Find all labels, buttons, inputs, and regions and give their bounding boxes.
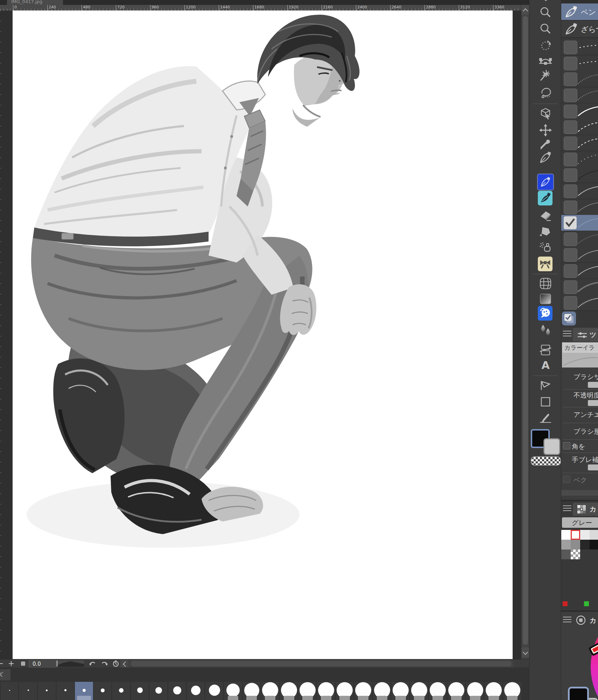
fit-screen-button[interactable] — [21, 662, 25, 666]
subtool-brush-row[interactable] — [561, 279, 598, 295]
brush-size-cell[interactable] — [428, 682, 447, 700]
vertical-scroll-thumb[interactable] — [523, 16, 528, 645]
subtool-brush-row[interactable] — [561, 87, 598, 103]
zoom-in-button[interactable] — [8, 660, 15, 667]
move-layer-tool[interactable] — [538, 122, 553, 138]
brush-tool-active[interactable] — [538, 191, 553, 205]
subtool-item-pen[interactable]: ペン — [561, 4, 598, 20]
brush-size-cell[interactable] — [168, 682, 187, 700]
brush-size-cell[interactable] — [484, 682, 503, 700]
pen-tool-active[interactable] — [537, 174, 554, 190]
subtool-brush-row[interactable] — [561, 295, 598, 311]
timelapse-button[interactable] — [112, 660, 120, 667]
brush-size-cell[interactable] — [19, 682, 37, 700]
brush-size-cell[interactable] — [372, 682, 391, 700]
fill-tool[interactable] — [538, 224, 553, 239]
ruler-tool[interactable] — [538, 378, 553, 393]
transparent-color-swatch[interactable] — [531, 456, 561, 465]
operation-object-path-tool[interactable] — [538, 54, 553, 69]
color-swatch[interactable] — [561, 530, 571, 540]
vertical-scrollbar[interactable] — [521, 5, 529, 659]
zoom-slider[interactable] — [56, 660, 84, 667]
green-indicator-swatch[interactable] — [584, 601, 589, 606]
subtool-brush-row[interactable] — [561, 231, 598, 247]
brush-size-cell[interactable] — [465, 682, 484, 700]
red-indicator-swatch[interactable] — [563, 601, 568, 606]
opacity-slider[interactable] — [588, 400, 598, 406]
figure-tool[interactable] — [538, 394, 553, 410]
redo-button[interactable] — [100, 660, 108, 667]
zoom-out-button[interactable] — [0, 663, 3, 664]
brush-size-cell[interactable] — [316, 682, 335, 700]
subtool-brush-row[interactable] — [561, 199, 598, 215]
text-tool[interactable]: A — [538, 357, 553, 373]
canvas-pasteboard[interactable] — [0, 10, 521, 659]
zoom-slider-handle[interactable] — [57, 660, 57, 667]
brush-size-cell[interactable] — [409, 682, 428, 700]
subtool-brush-row[interactable] — [561, 119, 598, 135]
brush-size-cell[interactable] — [130, 682, 149, 700]
scroll-up-button[interactable] — [521, 5, 529, 15]
brush-size-cell[interactable] — [37, 682, 56, 700]
wheel-main-color-swatch[interactable] — [568, 687, 589, 700]
color-swatch[interactable] — [561, 550, 571, 559]
sub-color-swatch[interactable] — [543, 438, 560, 455]
brush-selected-checkbox[interactable] — [564, 216, 577, 229]
blend-tool[interactable] — [538, 323, 553, 338]
subtool-brush-row[interactable] — [561, 263, 598, 279]
zoom-out-tool[interactable] — [538, 21, 553, 37]
brush-size-cell[interactable] — [186, 682, 205, 700]
brush-size-cell[interactable] — [205, 682, 224, 700]
document-tab[interactable]: IMG_0417.jpg — [7, 0, 63, 5]
tool-property-tab[interactable]: ツ — [573, 328, 598, 342]
horizontal-scrollbar[interactable] — [129, 660, 514, 667]
brush-size-cell[interactable] — [502, 682, 521, 700]
brush-size-cell[interactable] — [354, 682, 373, 700]
brush-size-slider[interactable] — [588, 382, 598, 388]
subtool-preset-preview[interactable]: カラーイラ — [562, 342, 598, 368]
decoration-tool[interactable] — [538, 257, 553, 271]
subtool-item-rough-pen[interactable]: ざらつ — [561, 21, 598, 37]
frame-border-tool[interactable] — [538, 342, 553, 358]
brush-size-cell[interactable] — [223, 682, 242, 700]
palette-menu-icon[interactable] — [563, 505, 571, 512]
color-swatch[interactable] — [580, 540, 590, 550]
subtool-brush-row[interactable] — [561, 151, 598, 167]
eraser-tool[interactable] — [538, 208, 553, 224]
brush-size-cell[interactable] — [242, 682, 261, 700]
subtool-brush-row[interactable] — [561, 247, 598, 263]
auto-select-tool[interactable] — [538, 69, 553, 84]
color-set-tab[interactable]: カ — [573, 503, 598, 516]
show-all-subtools-button[interactable] — [562, 312, 576, 326]
brush-size-cell[interactable] — [112, 682, 131, 700]
brush-size-cell[interactable] — [56, 682, 75, 700]
subtool-brush-row[interactable] — [561, 135, 598, 151]
subtool-brush-row[interactable] — [561, 167, 598, 183]
lasso-select-tool[interactable] — [538, 85, 553, 100]
operation-tool[interactable] — [538, 0, 553, 4]
gradient-map-tool[interactable] — [538, 276, 553, 291]
brush-size-cell-selected[interactable] — [75, 682, 93, 700]
color-swatch[interactable] — [561, 540, 571, 550]
scroll-down-button[interactable] — [521, 648, 529, 657]
brush-size-cell[interactable] — [447, 682, 466, 700]
subtool-brush-row[interactable] — [561, 55, 598, 71]
scroll-left-button[interactable] — [120, 660, 128, 667]
color-swatch[interactable] — [571, 530, 580, 540]
subtool-brush-row[interactable] — [561, 183, 598, 199]
pen-nib-tool[interactable] — [538, 150, 553, 165]
subtool-brush-row[interactable] — [561, 39, 598, 55]
palette-menu-icon[interactable] — [563, 331, 571, 337]
corner-checkbox[interactable] — [563, 442, 570, 449]
horizontal-scroll-thumb[interactable] — [131, 661, 512, 666]
subtool-brush-row[interactable] — [561, 71, 598, 87]
brush-size-cell[interactable] — [0, 682, 19, 700]
color-swatch[interactable] — [590, 530, 598, 540]
correction-tool[interactable] — [538, 411, 553, 426]
airbrush-tool[interactable] — [538, 240, 553, 255]
vector-checkbox[interactable] — [563, 476, 570, 483]
brush-size-cell[interactable] — [149, 682, 168, 700]
subtool-brush-row-selected[interactable] — [561, 215, 598, 231]
palette-resize-gutter[interactable] — [561, 490, 598, 496]
zoom-in-tool[interactable] — [538, 5, 553, 20]
